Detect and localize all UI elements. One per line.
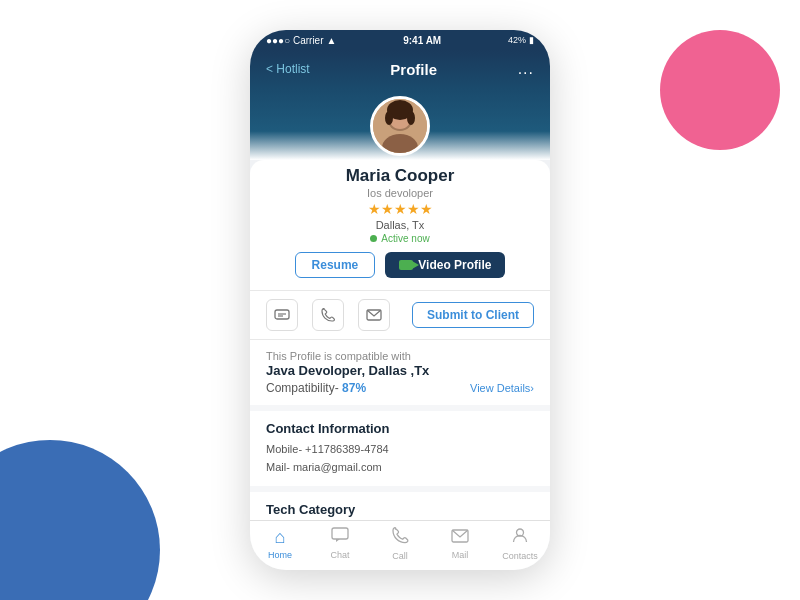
status-time: 9:41 AM — [403, 35, 441, 46]
tech-title: Tech Category — [266, 502, 534, 517]
tab-call-label: Call — [392, 551, 408, 561]
call-icon — [392, 527, 409, 549]
phone-icon-button[interactable] — [312, 299, 344, 331]
contact-mail: Mail- maria@gmail.com — [266, 459, 534, 477]
tab-mail[interactable]: Mail — [430, 527, 490, 560]
profile-header — [250, 88, 550, 160]
resume-button[interactable]: Resume — [295, 252, 376, 278]
nav-back-label: < Hotlist — [266, 62, 310, 76]
status-right: 42% ▮ — [508, 35, 534, 45]
active-status: Active now — [370, 233, 429, 244]
tab-bar: ⌂ Home Chat Call Mail Contacts — [250, 520, 550, 570]
profile-card: Maria Cooper Ios devoloper ★★★★★ Dallas,… — [250, 160, 550, 290]
svg-point-6 — [407, 111, 415, 125]
tab-mail-label: Mail — [452, 550, 469, 560]
tab-home-label: Home — [268, 550, 292, 560]
contacts-icon — [512, 527, 528, 549]
active-label: Active now — [381, 233, 429, 244]
nav-bar: < Hotlist Profile ... — [250, 50, 550, 88]
chat-icon — [331, 527, 349, 548]
message-icon-button[interactable] — [266, 299, 298, 331]
mail-tab-icon — [451, 527, 469, 548]
profile-name: Maria Cooper — [346, 166, 455, 186]
bg-blue-shape — [0, 440, 160, 600]
svg-point-5 — [385, 111, 393, 125]
home-icon: ⌂ — [275, 527, 286, 548]
contact-title: Contact Information — [266, 421, 534, 436]
profile-buttons: Resume Video Profile — [295, 252, 506, 278]
view-details-button[interactable]: View Details› — [470, 382, 534, 394]
tab-chat[interactable]: Chat — [310, 527, 370, 560]
nav-more-button[interactable]: ... — [518, 60, 534, 78]
battery-icon: ▮ — [529, 35, 534, 45]
compatibility-text: Compatibility- — [266, 381, 342, 395]
phone-frame: ●●●○ Carrier ▲ 9:41 AM 42% ▮ < Hotlist P… — [250, 30, 550, 570]
tab-home[interactable]: ⌂ Home — [250, 527, 310, 560]
profile-location: Dallas, Tx — [376, 219, 425, 231]
nav-title: Profile — [390, 61, 437, 78]
profile-role: Ios devoloper — [367, 187, 433, 199]
bg-pink-shape — [660, 30, 780, 150]
compatibility-label: This Profile is compatible with — [266, 350, 534, 362]
carrier-text: ●●●○ Carrier — [266, 35, 324, 46]
tab-chat-label: Chat — [330, 550, 349, 560]
nav-back-button[interactable]: < Hotlist — [266, 62, 310, 76]
compatibility-pct: Compatibility- 87% — [266, 381, 366, 395]
video-profile-label: Video Profile — [418, 258, 491, 272]
tab-call[interactable]: Call — [370, 527, 430, 561]
contact-section: Contact Information Mobile- +11786389-47… — [250, 411, 550, 486]
tech-section: Tech Category Java Application Devoloper — [250, 492, 550, 520]
active-dot — [370, 235, 377, 242]
tab-contacts-label: Contacts — [502, 551, 538, 561]
svg-rect-11 — [332, 528, 348, 539]
compatibility-job: Java Devoloper, Dallas ,Tx — [266, 363, 534, 378]
profile-stars: ★★★★★ — [368, 201, 433, 217]
video-profile-button[interactable]: Video Profile — [385, 252, 505, 278]
action-bar: Submit to Client — [250, 290, 550, 340]
battery-text: 42% — [508, 35, 526, 45]
status-carrier: ●●●○ Carrier ▲ — [266, 35, 336, 46]
submit-to-client-button[interactable]: Submit to Client — [412, 302, 534, 328]
avatar — [370, 96, 430, 156]
mail-icon-button[interactable] — [358, 299, 390, 331]
content-area: This Profile is compatible with Java Dev… — [250, 340, 550, 520]
status-bar: ●●●○ Carrier ▲ 9:41 AM 42% ▮ — [250, 30, 550, 50]
wifi-icon: ▲ — [327, 35, 337, 46]
contact-mobile: Mobile- +11786389-4784 — [266, 441, 534, 459]
compatibility-pct-value: 87% — [342, 381, 366, 395]
compatibility-row: Compatibility- 87% View Details› — [266, 381, 534, 395]
tab-contacts[interactable]: Contacts — [490, 527, 550, 561]
video-icon — [399, 260, 413, 270]
compatibility-section: This Profile is compatible with Java Dev… — [250, 340, 550, 405]
